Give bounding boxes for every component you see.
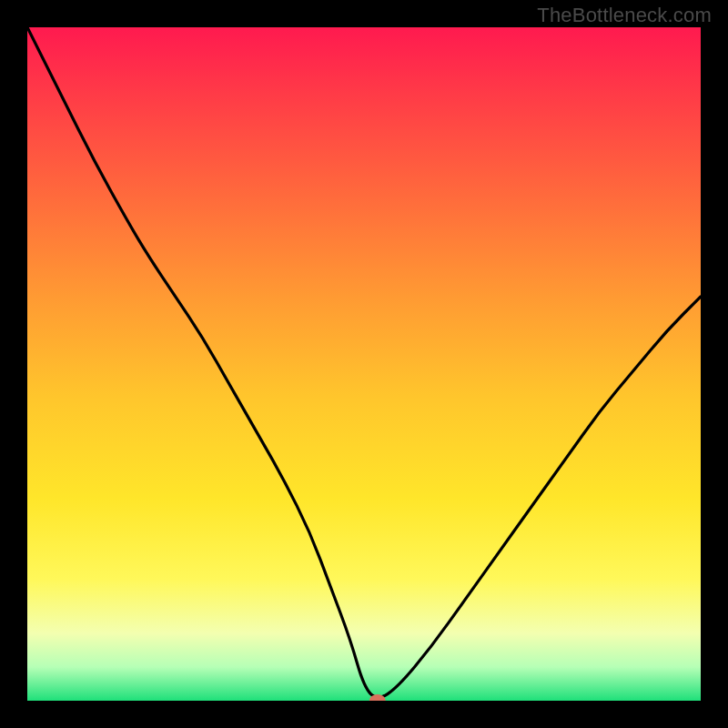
watermark-text: TheBottleneck.com	[537, 4, 712, 27]
chart-svg	[27, 27, 701, 701]
chart-frame: TheBottleneck.com	[0, 0, 728, 728]
gradient-background	[27, 27, 701, 701]
plot-area	[27, 27, 701, 701]
